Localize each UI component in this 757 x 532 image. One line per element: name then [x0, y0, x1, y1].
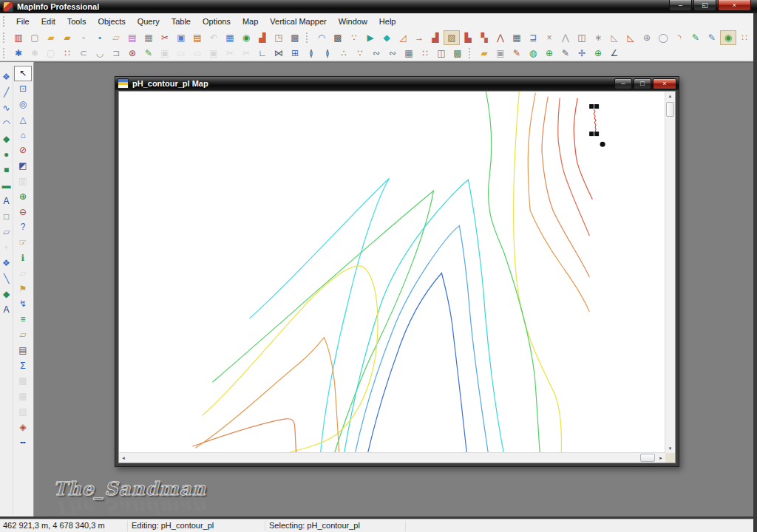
app-titlebar[interactable]: MapInfo Professional –◱× — [0, 0, 757, 13]
vertical-scroll-thumb[interactable] — [666, 102, 674, 117]
text-style-icon[interactable]: A — [0, 301, 13, 317]
drag-window-icon[interactable]: ▱ — [14, 265, 32, 281]
tool-arc-icon[interactable]: ◡ — [92, 46, 108, 61]
legend-icon[interactable]: ▤ — [14, 342, 32, 358]
new-redistricter-icon[interactable]: ▩ — [287, 30, 303, 45]
tool-shape-icon[interactable]: ▢ — [43, 46, 59, 61]
label-tool-icon[interactable]: ⚑ — [14, 281, 32, 296]
polygon-tool-icon[interactable]: ◆ — [0, 131, 13, 146]
vm-histogram-alt-icon[interactable]: ▙ — [460, 30, 476, 45]
vm-dart-icon[interactable]: ▶ — [362, 30, 378, 45]
print-preview-icon[interactable]: ▤ — [124, 30, 140, 45]
contour-green-peak[interactable] — [213, 191, 434, 453]
open-dbms-icon[interactable]: ▰ — [59, 30, 75, 45]
new-layout-icon[interactable]: ◳ — [271, 30, 287, 45]
contour-orange-hairpin[interactable] — [196, 338, 339, 453]
save-icon[interactable]: ▪ — [75, 30, 92, 45]
vm-flow-icon[interactable]: → — [411, 30, 427, 45]
menu-table[interactable]: Table — [166, 15, 197, 28]
line-tool-icon[interactable]: ╱ — [0, 84, 13, 100]
menu-vertical-mapper[interactable]: Vertical Mapper — [264, 15, 332, 28]
ellipse-tool-icon[interactable]: ● — [0, 146, 13, 162]
selected-polyline[interactable] — [594, 109, 597, 134]
contour-yellow-right[interactable] — [514, 92, 562, 453]
tool-node-l-icon[interactable]: ∟ — [254, 46, 271, 61]
vm-options-icon[interactable]: ∷ — [736, 30, 753, 45]
boundary-select-icon[interactable]: ⌂ — [14, 127, 32, 143]
reshape-icon[interactable]: ▱ — [0, 224, 13, 239]
vm-arc-icon[interactable]: ◝ — [671, 30, 688, 45]
edit-node-handle[interactable] — [594, 132, 599, 136]
tool-eraser-red-icon[interactable]: ✎ — [509, 46, 525, 61]
clip-region-icon[interactable]: ▨ — [14, 404, 32, 420]
minimize-button[interactable]: – — [669, 0, 692, 11]
tool-frame-icon[interactable]: ▭ — [173, 46, 189, 61]
polygon-select-icon[interactable]: △ — [14, 112, 32, 127]
tool-grid-color-icon[interactable]: ▩ — [449, 46, 466, 61]
contour-yellow-hairpin[interactable] — [203, 266, 378, 453]
tool-points-icon[interactable]: ∷ — [59, 46, 75, 61]
radius-select-icon[interactable]: ◎ — [14, 97, 32, 112]
arc-tool-icon[interactable]: ◠ — [0, 115, 13, 131]
contour-orange-2[interactable] — [528, 93, 589, 312]
contour-cyan-diagonal[interactable] — [250, 178, 390, 453]
vm-point-value-icon[interactable]: ∵ — [346, 30, 362, 45]
tool-monitor-icon[interactable]: ▣ — [492, 46, 509, 61]
zoom-out-icon[interactable]: ⊖ — [14, 204, 32, 219]
statistics-icon[interactable]: Σ — [14, 358, 32, 373]
new-grapher-icon[interactable]: ▟ — [254, 30, 271, 45]
new-browser-icon[interactable]: ▦ — [222, 30, 238, 45]
open-icon[interactable]: ▰ — [43, 30, 59, 45]
tool-erase-icon[interactable]: ✂ — [238, 46, 254, 61]
menu-window[interactable]: Window — [333, 15, 373, 28]
vm-area-graph-icon[interactable]: ▚ — [476, 30, 492, 45]
scroll-right-icon[interactable]: ▸ — [656, 453, 665, 463]
vm-natural-neighbour-icon[interactable]: ◠ — [313, 30, 330, 45]
scroll-down-icon[interactable]: ▾ — [665, 444, 675, 453]
save-workspace-icon[interactable]: ▪ — [92, 30, 108, 45]
contour-turquoise-peak[interactable] — [344, 180, 504, 453]
map-canvas[interactable] — [119, 92, 665, 453]
cut-icon[interactable]: ✂ — [157, 30, 173, 45]
menu-tools[interactable]: Tools — [61, 15, 92, 28]
graph-select-icon[interactable]: ▥ — [14, 174, 32, 189]
horizontal-scroll-thumb[interactable] — [640, 454, 655, 462]
vm-histogram-icon[interactable]: ▟ — [427, 30, 444, 45]
map-window-titlebar[interactable]: pH_contour_pl Map –□× — [115, 77, 679, 90]
symbol-style-icon[interactable]: ❖ — [0, 255, 13, 270]
menu-edit[interactable]: Edit — [35, 15, 61, 28]
close-button[interactable]: × — [718, 0, 751, 11]
tool-window-pair-icon[interactable]: ◫ — [433, 46, 449, 61]
tool-orient-icon[interactable]: ∴ — [336, 46, 352, 61]
tool-pencil-icon[interactable]: ✎ — [140, 46, 157, 61]
horizontal-scrollbar[interactable]: ◂ ▸ — [119, 452, 665, 463]
scalebar-icon[interactable]: ╍ — [14, 434, 32, 450]
new-table-icon[interactable]: ▢ — [27, 30, 43, 45]
line-style-icon[interactable]: ╲ — [0, 270, 13, 286]
map-window[interactable]: pH_contour_pl Map –□× ▴ ▾ ◂ ▸ — [115, 76, 679, 467]
new-mapper-icon[interactable]: ◉ — [238, 30, 254, 45]
set-district-icon[interactable]: ▩ — [14, 373, 32, 389]
symbol-tool-icon[interactable]: ❖ — [0, 69, 13, 84]
contour-red[interactable] — [574, 98, 592, 199]
rounded-rect-tool-icon[interactable]: ▬ — [0, 177, 13, 193]
vm-grid-window-icon[interactable]: ▦ — [509, 30, 525, 45]
tool-compass-off-icon[interactable]: ✱ — [27, 46, 43, 61]
rectangle-tool-icon[interactable]: ■ — [0, 162, 13, 177]
vm-digitize-alt-icon[interactable]: ✎ — [704, 30, 720, 45]
point-marker[interactable] — [600, 142, 605, 147]
ruler-icon[interactable]: ▱ — [14, 327, 32, 343]
tool-unlink-icon[interactable]: ⋈ — [271, 46, 287, 61]
hotlink-icon[interactable]: ↯ — [14, 296, 32, 312]
vm-triangle-red-icon[interactable]: ◺ — [622, 30, 639, 45]
copy-icon[interactable]: ▣ — [173, 30, 189, 45]
assign-district-icon[interactable]: ▩ — [14, 389, 32, 404]
frame-tool-icon[interactable]: □ — [0, 208, 13, 224]
unselect-all-icon[interactable]: ⊘ — [14, 143, 32, 158]
tool-orient-alt-icon[interactable]: ∵ — [352, 46, 368, 61]
contour-orange-bottom[interactable] — [193, 419, 296, 453]
tool-globe-icon[interactable]: ◍ — [525, 46, 541, 61]
scroll-up-icon[interactable]: ▴ — [665, 92, 675, 100]
edit-node-handle[interactable] — [589, 132, 594, 136]
tool-corner-icon[interactable]: ⊐ — [108, 46, 124, 61]
